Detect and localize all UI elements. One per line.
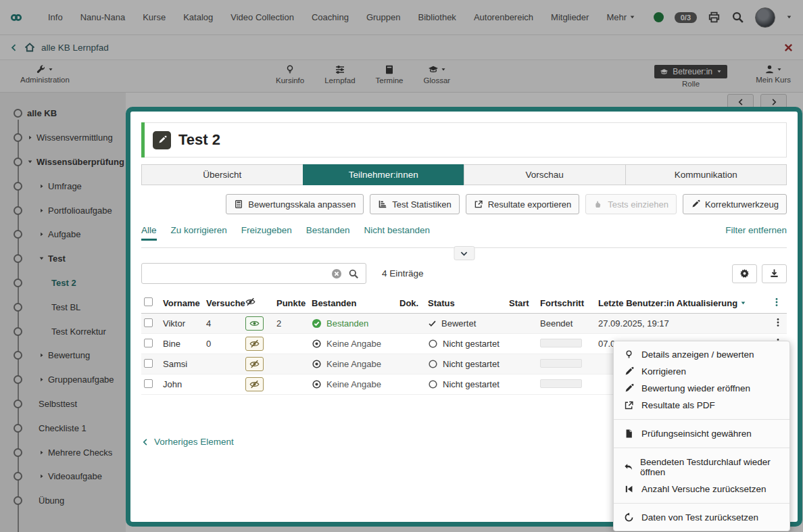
participant-name[interactable]: Bine <box>160 334 203 354</box>
doc-cell <box>397 354 425 374</box>
progress-cell <box>537 374 595 395</box>
filter-alle[interactable]: Alle <box>141 225 157 241</box>
participant-name[interactable]: Viktor <box>160 314 203 334</box>
row-context-menu: Details anzeigen / bewertenKorrigierenBe… <box>613 341 790 531</box>
participant-name[interactable]: Samsi <box>160 354 203 374</box>
col-header-status[interactable]: Status <box>425 293 506 314</box>
menu-item-details-anzeigen-bewerten[interactable]: Details anzeigen / bewerten <box>614 346 789 363</box>
passed-cell: Keine Angabe <box>309 334 397 354</box>
eye-icon <box>249 318 260 329</box>
test-statistiken-button[interactable]: Test Statistiken <box>370 194 459 214</box>
col-header-bestanden[interactable]: Bestanden <box>309 293 397 314</box>
points-cell <box>274 334 309 354</box>
col-header-vorname[interactable]: Vorname <box>160 293 203 314</box>
action-button-row: Bewertungsskala anpassenTest Statistiken… <box>141 194 787 214</box>
participant-name[interactable]: John <box>160 374 203 395</box>
status-cell: Nicht gestartet <box>425 354 506 374</box>
export-icon <box>474 199 483 209</box>
menu-separator <box>614 448 789 448</box>
sort-caret-icon <box>740 300 746 306</box>
empty-circle-icon <box>428 379 438 389</box>
search-icon[interactable] <box>348 268 359 279</box>
points-cell <box>274 374 309 395</box>
progress-bar <box>540 379 582 388</box>
row-checkbox[interactable] <box>144 359 153 368</box>
filter-bestanden[interactable]: Bestanden <box>306 225 350 241</box>
menu-item-resultate-als-pdf[interactable]: Resultate als PDF <box>614 397 789 414</box>
col-header-fortschritt[interactable]: Fortschritt <box>537 293 595 314</box>
status-cell: Nicht gestartet <box>425 374 506 395</box>
gear-icon <box>739 268 750 279</box>
tab-teilnehmer-innen[interactable]: Teilnehmer:innen <box>303 164 465 185</box>
undo-icon <box>623 462 633 473</box>
attempts-cell <box>203 374 243 395</box>
search-input[interactable] <box>142 268 331 279</box>
last-updated-cell[interactable]: 27.09.2025, 19:17 <box>595 314 769 334</box>
clear-search-icon[interactable] <box>331 268 342 279</box>
menu-item-korrigieren[interactable]: Korrigieren <box>614 363 789 380</box>
start-cell <box>506 354 537 374</box>
remove-filter-link[interactable]: Filter entfernen <box>725 225 787 235</box>
pencil-icon <box>691 199 700 209</box>
download-icon <box>769 268 779 279</box>
tests-einziehen-button: Tests einziehen <box>585 194 677 214</box>
eye-slash-icon <box>245 297 256 307</box>
eye-slash-icon <box>249 379 260 389</box>
entries-count: 4 Einträge <box>382 268 424 279</box>
menu-item-beendeten-testdurchlauf-wieder-ffnen[interactable]: Beendeten Testdurchlauf wieder öffnen <box>614 454 789 481</box>
filter-freizugeben[interactable]: Freizugeben <box>241 225 292 241</box>
eye-slash-icon <box>249 339 260 349</box>
col-header-dok[interactable]: Dok. <box>397 293 425 314</box>
bewertungsskala-anpassen-button[interactable]: Bewertungsskala anpassen <box>226 194 364 214</box>
expand-filters-button[interactable] <box>454 246 474 260</box>
resultate-exportieren-button[interactable]: Resultate exportieren <box>466 194 580 214</box>
filter-row: AlleZu korrigierenFreizugebenBestandenNi… <box>141 225 787 241</box>
col-header-letzte-benutzer-in-aktualisierung[interactable]: Letzte Benutzer:in Aktualisierung <box>595 293 769 314</box>
korrekturwerkzeug-button[interactable]: Korrekturwerkzeug <box>683 194 787 214</box>
row-checkbox[interactable] <box>144 339 153 347</box>
row-checkbox[interactable] <box>144 379 153 388</box>
dot-circle-icon <box>312 379 322 389</box>
tab-vorschau[interactable]: Vorschau <box>464 164 626 185</box>
menu-separator <box>614 503 789 504</box>
export-icon <box>623 400 635 410</box>
menu-item-bewertung-wieder-er-ffnen[interactable]: Bewertung wieder eröffnen <box>614 380 789 397</box>
table-download-button[interactable] <box>762 264 787 283</box>
row-checkbox[interactable] <box>144 318 153 327</box>
menu-item-daten-von-test-zur-cksetzen[interactable]: Daten von Test zurücksetzen <box>614 509 789 526</box>
filter-nicht-bestanden[interactable]: Nicht bestanden <box>364 225 430 241</box>
progress-bar <box>540 359 582 368</box>
row-menu-button[interactable] <box>769 314 787 334</box>
empty-circle-icon <box>428 339 438 349</box>
points-cell: 2 <box>274 314 309 334</box>
table-controls: 4 Einträge <box>141 263 787 284</box>
col-header-start[interactable]: Start <box>506 293 537 314</box>
menu-item-anzahl-versuche-zur-cksetzen[interactable]: Anzahl Versuche zurücksetzen <box>614 481 789 498</box>
visibility-toggle[interactable] <box>245 377 264 391</box>
menu-item-pr-fungseinsicht-gew-hren[interactable]: Prüfungseinsicht gewähren <box>614 425 789 442</box>
visibility-toggle[interactable] <box>245 316 264 331</box>
attempts-cell: 4 <box>203 314 243 334</box>
bulb-icon <box>623 349 635 360</box>
visibility-toggle[interactable] <box>245 357 264 371</box>
tab-kommunikation[interactable]: Kommunikation <box>625 164 787 185</box>
col-header-versuche[interactable]: Versuche <box>203 293 243 314</box>
tab-bersicht[interactable]: Übersicht <box>141 164 303 185</box>
col-header-visibility[interactable] <box>243 293 274 314</box>
select-all-checkbox[interactable] <box>144 297 153 306</box>
table-header-row: VornameVersuchePunkteBestandenDok.Status… <box>141 293 787 314</box>
menu-separator <box>614 419 789 420</box>
table-row-viktor: Viktor42BestandenBewertetBeendet27.09.20… <box>141 314 787 334</box>
kebab-icon <box>773 318 783 327</box>
chart-icon <box>378 199 387 209</box>
visibility-toggle[interactable] <box>245 337 264 351</box>
doc-cell <box>397 314 425 334</box>
filter-zu-korrigieren[interactable]: Zu korrigieren <box>171 225 227 241</box>
skip-back-icon <box>623 484 635 494</box>
col-header-punkte[interactable]: Punkte <box>274 293 309 314</box>
table-settings-button[interactable] <box>732 264 757 283</box>
previous-element-link[interactable]: Vorheriges Element <box>141 437 234 447</box>
reset-icon <box>623 512 635 523</box>
passed-cell: Keine Angabe <box>309 374 397 395</box>
header-row-menu[interactable] <box>769 293 787 314</box>
